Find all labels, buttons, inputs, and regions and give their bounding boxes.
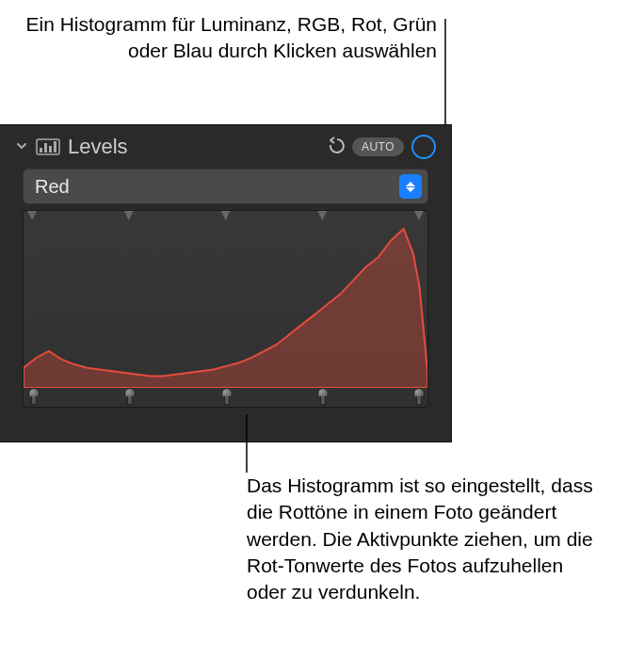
top-handle-highlights[interactable] xyxy=(317,211,327,220)
disclosure-chevron-icon[interactable] xyxy=(15,139,28,155)
levels-title: Levels xyxy=(68,135,318,159)
histogram xyxy=(23,210,428,408)
svg-rect-4 xyxy=(49,146,52,153)
histogram-bottom-handles xyxy=(24,388,427,405)
channel-select-label: Red xyxy=(35,176,70,198)
svg-rect-3 xyxy=(44,143,47,153)
bottom-handle-highlights[interactable] xyxy=(314,388,330,405)
callout-top-text: Ein Histogramm für Luminanz, RGB, Rot, G… xyxy=(0,11,437,65)
callout-leader-bottom xyxy=(237,414,256,473)
channel-select[interactable]: Red xyxy=(23,169,428,204)
dropdown-stepper-icon xyxy=(399,174,422,199)
histogram-top-ticks xyxy=(24,211,427,220)
bottom-handle-shadows[interactable] xyxy=(121,388,137,405)
undo-icon[interactable] xyxy=(326,136,345,159)
top-handle-midtones[interactable] xyxy=(221,211,231,220)
bottom-handle-midtones[interactable] xyxy=(218,388,233,405)
svg-rect-5 xyxy=(54,141,56,153)
levels-icon xyxy=(36,137,60,156)
svg-rect-2 xyxy=(40,148,42,153)
top-handle-white[interactable] xyxy=(414,211,424,220)
histogram-plot xyxy=(24,220,427,388)
top-handle-shadows[interactable] xyxy=(124,211,134,220)
bottom-handle-white[interactable] xyxy=(411,388,426,405)
auto-button[interactable]: AUTO xyxy=(352,137,404,156)
levels-header: Levels AUTO xyxy=(11,135,440,159)
callout-bottom-text: Das Histogramm ist so eingestellt, dass … xyxy=(247,473,604,606)
levels-panel: Levels AUTO Red xyxy=(0,124,452,442)
top-handle-black[interactable] xyxy=(27,211,37,220)
bottom-handle-black[interactable] xyxy=(25,388,40,405)
enable-toggle[interactable] xyxy=(411,135,436,159)
